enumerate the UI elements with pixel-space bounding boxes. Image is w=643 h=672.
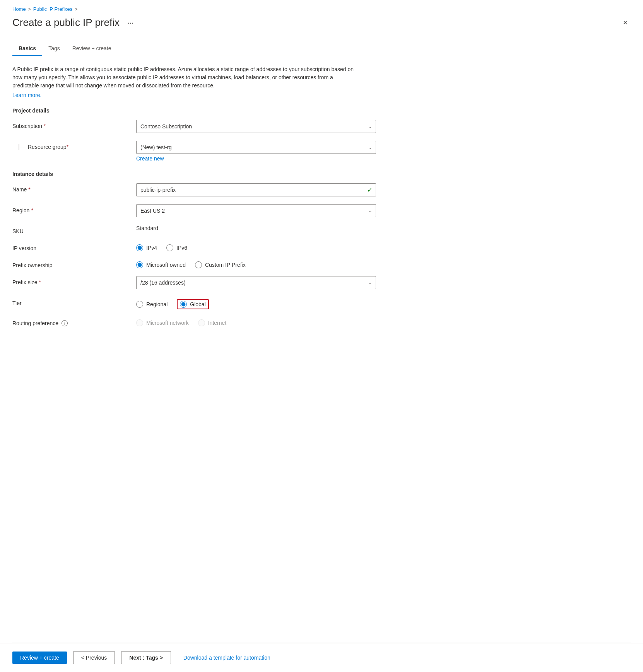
name-check-icon: ✓	[367, 186, 372, 194]
tab-bar: Basics Tags Review + create	[12, 41, 631, 56]
resource-group-label: Resource group *	[12, 141, 136, 150]
resource-group-row: Resource group * (New) test-rg ⌄ Create …	[12, 141, 631, 162]
region-control: East US 2 ⌄	[136, 204, 376, 217]
ipv4-radio-item[interactable]: IPv4	[136, 244, 157, 251]
regional-radio-item[interactable]: Regional	[136, 301, 168, 308]
microsoft-network-radio-item: Microsoft network	[136, 319, 189, 326]
name-required: *	[28, 186, 30, 193]
ipv6-radio[interactable]	[166, 244, 173, 251]
breadcrumb: Home > Public IP Prefixes >	[12, 6, 631, 12]
region-label: Region *	[12, 204, 136, 213]
tier-radio-group: Regional Global	[136, 297, 376, 309]
prefix-ownership-radio-group: Microsoft owned Custom IP Prefix	[136, 259, 376, 268]
internet-label: Internet	[208, 320, 226, 326]
subscription-required: *	[44, 123, 46, 129]
rg-required: *	[67, 144, 68, 150]
internet-radio-item: Internet	[198, 319, 226, 326]
subscription-control: Contoso Subscription ⌄	[136, 120, 376, 133]
breadcrumb-public-ip-prefixes[interactable]: Public IP Prefixes	[33, 6, 73, 12]
global-radio-item[interactable]: Global	[180, 301, 205, 308]
tier-row: Tier Regional Global	[12, 297, 631, 309]
instance-details-title: Instance details	[12, 171, 631, 177]
prefix-ownership-row: Prefix ownership Microsoft owned Custom …	[12, 259, 631, 268]
tab-tags[interactable]: Tags	[42, 41, 66, 56]
close-button[interactable]: ×	[620, 17, 631, 29]
resource-group-select[interactable]: (New) test-rg	[136, 141, 376, 154]
ipv6-radio-item[interactable]: IPv6	[166, 244, 187, 251]
prefix-size-select[interactable]: /28 (16 addresses)	[136, 276, 376, 289]
regional-radio[interactable]	[136, 301, 143, 308]
routing-preference-label: Routing preference i	[12, 317, 136, 326]
ip-version-label: IP version	[12, 242, 136, 251]
region-required: *	[31, 207, 33, 213]
microsoft-owned-radio-item[interactable]: Microsoft owned	[136, 261, 186, 268]
routing-preference-radio-group: Microsoft network Internet	[136, 317, 376, 326]
tier-label: Tier	[12, 297, 136, 306]
sku-label: SKU	[12, 225, 136, 234]
microsoft-owned-radio[interactable]	[136, 261, 143, 268]
footer: Review + create < Previous Next : Tags >…	[0, 643, 643, 672]
name-label: Name *	[12, 183, 136, 193]
routing-preference-row: Routing preference i Microsoft network I…	[12, 317, 631, 326]
breadcrumb-home[interactable]: Home	[12, 6, 26, 12]
ip-version-radio-group: IPv4 IPv6	[136, 242, 376, 251]
download-template-link[interactable]: Download a template for automation	[183, 655, 270, 661]
routing-info-icon[interactable]: i	[62, 320, 68, 326]
prefix-ownership-label: Prefix ownership	[12, 259, 136, 268]
create-new-link[interactable]: Create new	[136, 155, 164, 162]
microsoft-network-radio	[136, 319, 143, 326]
name-input[interactable]	[136, 183, 376, 196]
sku-row: SKU Standard	[12, 225, 631, 234]
global-radio-highlighted: Global	[177, 299, 209, 309]
prefix-size-row: Prefix size * /28 (16 addresses) ⌄	[12, 276, 631, 289]
resource-group-control: (New) test-rg ⌄ Create new	[136, 141, 376, 162]
next-button[interactable]: Next : Tags >	[121, 651, 171, 664]
prefix-size-control: /28 (16 addresses) ⌄	[136, 276, 376, 289]
region-select[interactable]: East US 2	[136, 204, 376, 217]
learn-more-link[interactable]: Learn more.	[12, 92, 41, 98]
custom-ip-prefix-radio[interactable]	[195, 261, 202, 268]
ip-version-row: IP version IPv4 IPv6	[12, 242, 631, 251]
prefix-size-required: *	[39, 279, 41, 285]
custom-ip-prefix-radio-item[interactable]: Custom IP Prefix	[195, 261, 246, 268]
internet-radio	[198, 319, 205, 326]
region-row: Region * East US 2 ⌄	[12, 204, 631, 217]
description-text: A Public IP prefix is a range of contigu…	[12, 65, 361, 90]
review-create-button[interactable]: Review + create	[12, 652, 67, 664]
breadcrumb-sep2: >	[75, 7, 77, 12]
page-title: Create a public IP prefix	[12, 17, 120, 29]
breadcrumb-sep1: >	[28, 7, 31, 12]
subscription-row: Subscription * Contoso Subscription ⌄	[12, 120, 631, 133]
global-radio[interactable]	[180, 301, 187, 308]
ipv6-label: IPv6	[176, 245, 187, 251]
ipv4-label: IPv4	[146, 245, 157, 251]
tab-basics[interactable]: Basics	[12, 41, 42, 56]
ellipsis-button[interactable]: ···	[124, 17, 137, 29]
tab-review-create[interactable]: Review + create	[66, 41, 118, 56]
microsoft-owned-label: Microsoft owned	[146, 262, 186, 268]
name-control: ✓	[136, 183, 376, 196]
subscription-label: Subscription *	[12, 120, 136, 129]
project-details-title: Project details	[12, 107, 631, 114]
previous-button[interactable]: < Previous	[73, 651, 115, 664]
prefix-size-label: Prefix size *	[12, 276, 136, 285]
global-label: Global	[190, 301, 205, 307]
name-row: Name * ✓	[12, 183, 631, 196]
subscription-select[interactable]: Contoso Subscription	[136, 120, 376, 133]
custom-ip-prefix-label: Custom IP Prefix	[205, 262, 246, 268]
regional-label: Regional	[146, 301, 168, 307]
microsoft-network-label: Microsoft network	[146, 320, 189, 326]
sku-value: Standard	[136, 222, 158, 231]
ipv4-radio[interactable]	[136, 244, 143, 251]
